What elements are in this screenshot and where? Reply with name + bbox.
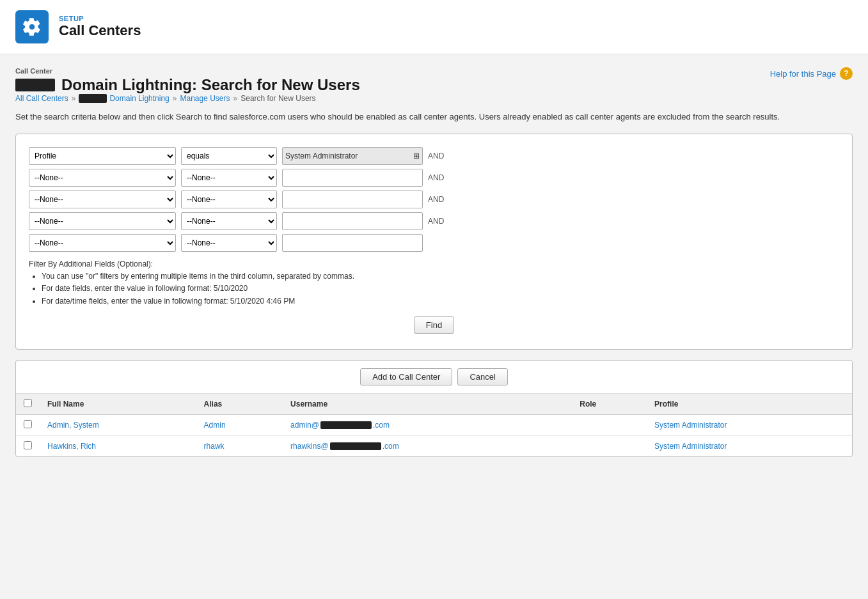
page-header: Call Center Domain Lightning: Search for… <box>15 67 853 123</box>
filter-field-1[interactable]: Profile <box>29 147 176 165</box>
filter-note-3: For date/time fields, enter the value in… <box>42 296 839 307</box>
row-1-profile-link[interactable]: System Administrator <box>654 421 727 430</box>
filter-row-5: --None-- --None-- <box>29 234 839 252</box>
row-2-username: rhawkins@.com <box>283 435 572 456</box>
search-section: Profile equals System Administrator ⊞ AN… <box>15 134 853 350</box>
table-row: Admin, System Admin admin@.com <box>16 414 852 435</box>
row-1-alias: Admin <box>196 414 283 435</box>
app-header: SETUP Call Centers <box>0 0 868 54</box>
and-label-2: AND <box>428 173 450 182</box>
filter-row-2: --None-- --None-- AND <box>29 169 839 187</box>
filter-optional-label: Filter By Additional Fields (Optional): <box>29 260 839 268</box>
breadcrumb: All Call Centers » Domain Lightning » Ma… <box>15 94 853 103</box>
section-label: Call Center <box>15 67 360 75</box>
filter-row-3: --None-- --None-- AND <box>29 191 839 208</box>
filter-value-5[interactable] <box>282 234 423 252</box>
main-content: Call Center Domain Lightning: Search for… <box>0 54 868 480</box>
filter-field-2[interactable]: --None-- <box>29 169 176 187</box>
results-table: Full Name Alias Username Role Profile Ad… <box>16 394 852 456</box>
row-2-profile: System Administrator <box>647 435 852 456</box>
app-title: Call Centers <box>59 22 141 39</box>
row-2-username-link[interactable]: rhawkins@.com <box>290 442 399 451</box>
filter-field-3[interactable]: --None-- <box>29 191 176 208</box>
row-2-profile-link[interactable]: System Administrator <box>654 442 727 451</box>
header-profile: Profile <box>647 394 852 415</box>
row-1-fullname-link[interactable]: Admin, System <box>47 421 99 430</box>
row-1-profile: System Administrator <box>647 414 852 435</box>
setup-label: SETUP <box>59 15 141 22</box>
breadcrumb-all-call-centers[interactable]: All Call Centers <box>15 94 68 103</box>
filter-value-4[interactable] <box>282 212 423 230</box>
gear-icon <box>22 17 42 36</box>
filter-note-2: For date fields, enter the value in foll… <box>42 283 839 294</box>
filter-note-1: You can use "or" filters by entering mul… <box>42 271 839 282</box>
help-link-text: Help for this Page <box>770 69 836 79</box>
table-header-row: Full Name Alias Username Role Profile <box>16 394 852 415</box>
filter-operator-1[interactable]: equals <box>181 147 277 165</box>
filter-row-1: Profile equals System Administrator ⊞ AN… <box>29 147 839 165</box>
filter-operator-2[interactable]: --None-- <box>181 169 277 187</box>
filter-value-1[interactable]: System Administrator ⊞ <box>282 147 423 165</box>
row-1-username-link[interactable]: admin@.com <box>290 421 390 430</box>
filter-row-4: --None-- --None-- AND <box>29 212 839 230</box>
and-label-3: AND <box>428 195 450 204</box>
row-1-alias-link[interactable]: Admin <box>204 421 226 430</box>
results-table-body: Admin, System Admin admin@.com <box>16 414 852 456</box>
filter-notes: Filter By Additional Fields (Optional): … <box>29 260 839 307</box>
table-row: Hawkins, Rich rhawk rhawkins@.com <box>16 435 852 456</box>
row-2-alias: rhawk <box>196 435 283 456</box>
filter-value-2[interactable] <box>282 169 423 187</box>
help-icon: ? <box>840 67 853 80</box>
row-2-alias-link[interactable]: rhawk <box>204 442 225 451</box>
results-action-bar: Add to Call Center Cancel <box>16 361 852 394</box>
filter-rows: Profile equals System Administrator ⊞ AN… <box>29 147 839 252</box>
find-button[interactable]: Find <box>414 316 454 334</box>
row-2-checkbox[interactable] <box>24 441 32 449</box>
row-2-fullname: Hawkins, Rich <box>40 435 196 456</box>
cancel-button[interactable]: Cancel <box>457 368 507 385</box>
header-checkbox-col <box>16 394 40 415</box>
results-section: Add to Call Center Cancel Full Name Alia… <box>15 360 853 457</box>
filter-operator-5[interactable]: --None-- <box>181 234 277 252</box>
row-1-checkbox-cell <box>16 414 40 435</box>
header-alias: Alias <box>196 394 283 415</box>
lookup-icon-1[interactable]: ⊞ <box>413 152 420 160</box>
row-1-role <box>572 414 647 435</box>
help-link[interactable]: Help for this Page ? <box>770 67 853 80</box>
page-title-text: Domain Lightning: Search for New Users <box>61 76 360 94</box>
breadcrumb-domain-lightning[interactable]: Domain Lightning <box>109 94 169 103</box>
page-title: Domain Lightning: Search for New Users <box>15 76 360 94</box>
and-label-4: AND <box>428 217 450 226</box>
row-2-checkbox-cell <box>16 435 40 456</box>
filter-operator-4[interactable]: --None-- <box>181 212 277 230</box>
row-1-fullname: Admin, System <box>40 414 196 435</box>
row-2-fullname-link[interactable]: Hawkins, Rich <box>47 442 96 451</box>
page-description: Set the search criteria below and then c… <box>15 111 853 123</box>
app-title-block: SETUP Call Centers <box>59 15 141 39</box>
filter-field-4[interactable]: --None-- <box>29 212 176 230</box>
header-username: Username <box>283 394 572 415</box>
redacted-breadcrumb-block <box>79 94 107 103</box>
redacted-name-block <box>15 79 55 91</box>
and-label-1: AND <box>428 152 450 160</box>
find-section: Find <box>29 309 839 336</box>
row-2-role <box>572 435 647 456</box>
filter-operator-3[interactable]: --None-- <box>181 191 277 208</box>
header-role: Role <box>572 394 647 415</box>
filter-notes-list: You can use "or" filters by entering mul… <box>42 271 839 307</box>
row-1-username: admin@.com <box>283 414 572 435</box>
breadcrumb-manage-users[interactable]: Manage Users <box>180 94 230 103</box>
filter-value-3[interactable] <box>282 191 423 208</box>
add-to-call-center-button[interactable]: Add to Call Center <box>360 368 452 385</box>
filter-field-5[interactable]: --None-- <box>29 234 176 252</box>
breadcrumb-current: Search for New Users <box>241 94 315 103</box>
select-all-checkbox[interactable] <box>24 399 32 407</box>
row-1-checkbox[interactable] <box>24 420 32 428</box>
header-full-name: Full Name <box>40 394 196 415</box>
app-icon <box>15 10 49 43</box>
